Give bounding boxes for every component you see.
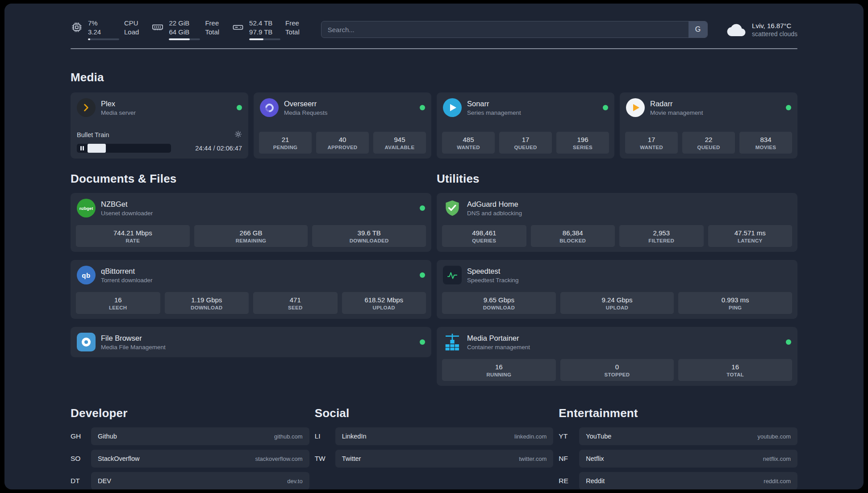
playback-time: 24:44 / 02:06:47: [195, 145, 242, 152]
service-name: Speedtest: [467, 267, 519, 276]
bookmark-url: github.com: [274, 433, 303, 440]
disk-total-label: Total: [285, 28, 300, 37]
bookmark-name: StackOverflow: [98, 455, 139, 462]
service-description: Speedtest Tracking: [467, 277, 519, 284]
playback-progress-bar[interactable]: [77, 144, 171, 153]
memory-bar: [169, 38, 200, 40]
service-name: qBittorrent: [101, 267, 153, 276]
service-description: Torrent downloader: [101, 277, 153, 284]
stat-tile: 47.571 msLATENCY: [708, 225, 793, 247]
service-name: NZBGet: [101, 200, 153, 209]
bookmark-linkedin[interactable]: LI LinkedInlinkedin.com: [315, 427, 554, 445]
stat-tile: 2,953FILTERED: [619, 225, 704, 247]
service-card-portainer[interactable]: Media Portainer Container management 16R…: [437, 327, 797, 386]
stat-tile: 471SEED: [253, 292, 338, 314]
search-input[interactable]: [321, 21, 708, 38]
service-description: Media server: [101, 109, 136, 116]
stat-tile: 40APPROVED: [316, 132, 369, 154]
service-card-radarr[interactable]: Radarr Movie management 17WANTED 22QUEUE…: [620, 92, 797, 159]
status-dot: [420, 272, 425, 278]
stat-tile: 498,461QUERIES: [442, 225, 526, 247]
service-card-filebrowser[interactable]: File Browser Media File Management: [71, 327, 431, 357]
bookmark-twitter[interactable]: TW Twittertwitter.com: [315, 450, 554, 468]
status-dot: [420, 339, 425, 345]
service-name: Media Portainer: [467, 334, 530, 343]
bookmark-youtube[interactable]: YT YouTubeyoutube.com: [559, 427, 797, 445]
search-provider-button[interactable]: G: [689, 21, 707, 38]
service-card-qbittorrent[interactable]: qb qBittorrent Torrent downloader 16LEEC…: [71, 260, 431, 319]
disk-bar: [249, 38, 280, 40]
bookmark-abbr: LI: [315, 432, 335, 440]
status-dot: [420, 105, 425, 110]
stat-tile: 16LEECH: [76, 292, 160, 314]
pause-icon[interactable]: [80, 146, 84, 150]
stat-tile: 9.24 GbpsUPLOAD: [560, 292, 674, 314]
stat-tile: 0.993 msPING: [678, 292, 792, 314]
service-name: File Browser: [101, 334, 166, 343]
service-description: DNS and adblocking: [467, 210, 522, 217]
service-name: Radarr: [650, 100, 703, 108]
adguard-icon: [443, 199, 462, 217]
bookmarks-developer: Developer GH Githubgithub.com SO StackOv…: [71, 394, 309, 489]
bookmark-url: dev.to: [287, 478, 302, 485]
bookmark-abbr: YT: [559, 432, 579, 440]
utilities-column: Utilities AdGuard Home DNS and adblockin…: [437, 159, 797, 394]
bookmark-name: DEV: [98, 477, 111, 485]
service-card-speedtest[interactable]: Speedtest Speedtest Tracking 9.65 GbpsDO…: [437, 260, 797, 319]
section-title-media: Media: [71, 71, 797, 84]
bookmark-abbr: RE: [559, 477, 579, 485]
service-card-nzbget[interactable]: nzbget NZBGet Usenet downloader 744.21 M…: [71, 193, 431, 252]
bookmark-url: youtube.com: [758, 433, 791, 440]
bookmarks-social: Social LI LinkedInlinkedin.com TW Twitte…: [315, 394, 554, 472]
memory-free: 22 GiB: [169, 19, 200, 28]
sonarr-icon: [443, 98, 462, 117]
stat-tile: 86,384BLOCKED: [531, 225, 615, 247]
dashboard: 7% 3.24 CPU Load 22 GiB 64 GiB: [4, 4, 864, 489]
bookmark-github[interactable]: GH Githubgithub.com: [71, 427, 309, 445]
service-description: Media File Management: [101, 344, 166, 351]
stat-tile: 0STOPPED: [560, 359, 674, 381]
service-description: Usenet downloader: [101, 210, 153, 217]
weather-widget: Lviv, 16.87°C scattered clouds: [726, 21, 797, 38]
stat-tile: 618.52 MbpsUPLOAD: [342, 292, 426, 314]
stat-tile: 196SERIES: [556, 132, 609, 154]
gear-icon[interactable]: [234, 130, 242, 139]
service-description: Media Requests: [284, 109, 328, 116]
bookmark-abbr: NF: [559, 455, 579, 463]
service-card-sonarr[interactable]: Sonarr Series management 485WANTED 17QUE…: [437, 92, 614, 159]
service-name: Plex: [101, 100, 136, 108]
weather-condition: scattered clouds: [752, 30, 797, 38]
stat-tile: 16RUNNING: [442, 359, 556, 381]
bookmark-url: twitter.com: [519, 455, 547, 462]
bookmark-dev[interactable]: DT DEVdev.to: [71, 472, 309, 489]
stat-tile: 9.65 GbpsDOWNLOAD: [442, 292, 556, 314]
service-name: Overseerr: [284, 100, 328, 108]
bookmark-netflix[interactable]: NF Netflixnetflix.com: [559, 450, 797, 468]
bookmark-abbr: GH: [71, 432, 91, 440]
service-card-overseerr[interactable]: Overseerr Media Requests 21PENDING 40APP…: [254, 92, 431, 159]
stat-tile: 22QUEUED: [682, 132, 735, 154]
bookmarks-entertainment: Entertainment YT YouTubeyoutube.com NF N…: [559, 394, 797, 489]
section-title-entertainment: Entertainment: [559, 406, 797, 420]
bookmark-reddit[interactable]: RE Redditreddit.com: [559, 472, 797, 489]
stat-tile: 485WANTED: [442, 132, 495, 154]
cpu-bar: [88, 38, 119, 40]
qbittorrent-icon: qb: [77, 266, 96, 284]
stat-tile: 21PENDING: [259, 132, 312, 154]
bookmark-name: YouTube: [586, 433, 611, 440]
cpu-load-label: Load: [124, 28, 139, 37]
service-card-plex[interactable]: Plex Media server Bullet Train: [71, 92, 248, 159]
disk-free: 52.4 TB: [249, 19, 280, 28]
stat-tile: 834MOVIES: [739, 132, 792, 154]
bookmark-stackoverflow[interactable]: SO StackOverflowstackoverflow.com: [71, 450, 309, 468]
bookmark-name: Twitter: [342, 455, 361, 462]
service-description: Container management: [467, 344, 530, 351]
service-card-adguard[interactable]: AdGuard Home DNS and adblocking 498,461Q…: [437, 193, 797, 252]
bookmark-url: reddit.com: [764, 478, 791, 485]
status-dot: [786, 339, 791, 345]
service-description: Movie management: [650, 109, 703, 116]
stat-tile: 945AVAILABLE: [373, 132, 426, 154]
bookmark-abbr: SO: [71, 455, 91, 463]
memory-total: 64 GiB: [169, 28, 200, 37]
stat-tile: 39.6 TBDOWNLOADED: [312, 225, 426, 247]
